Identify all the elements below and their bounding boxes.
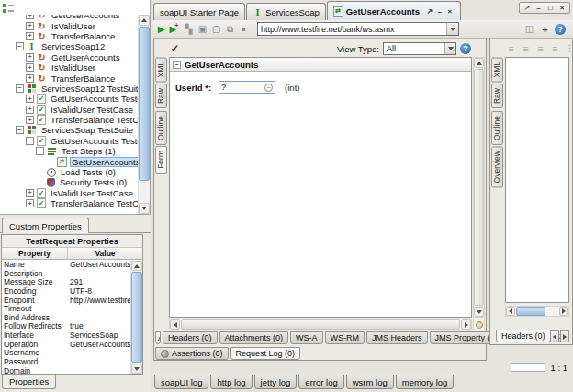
log-tab[interactable]: error log <box>298 375 343 389</box>
close-icon[interactable] <box>445 6 455 16</box>
table-row[interactable]: Message Size 291 <box>2 278 130 287</box>
endpoint-combo[interactable]: http://www.testfire.net/bank/ws.asmx <box>257 22 459 36</box>
maximize-icon[interactable] <box>545 4 555 13</box>
expander-icon[interactable]: + <box>26 15 34 19</box>
editor-icon[interactable] <box>197 23 208 35</box>
tree-item[interactable]: − GetUserAccounts TestCase <box>0 136 138 146</box>
submit-icon[interactable] <box>155 23 167 35</box>
expander-icon[interactable]: + <box>26 95 34 103</box>
expander-icon[interactable]: + <box>26 199 34 207</box>
expander-icon[interactable]: − <box>36 147 44 155</box>
scroll-down-icon[interactable] <box>131 364 142 374</box>
list-icon[interactable] <box>549 42 561 54</box>
table-row[interactable]: Username <box>2 349 130 358</box>
view-type-select[interactable]: All <box>383 42 456 55</box>
expander-icon[interactable]: + <box>26 53 34 62</box>
table-row[interactable]: Encoding UTF-8 <box>2 287 130 297</box>
expander-icon[interactable]: + <box>26 22 34 30</box>
tree-item[interactable]: − ServicesSoap TestSuite <box>0 125 138 135</box>
document-tab[interactable]: ServicesSoap <box>246 3 326 20</box>
help-icon[interactable] <box>460 43 471 54</box>
form-section-header[interactable]: GetUserAccounts <box>170 58 471 72</box>
response-detail-tab[interactable]: Headers (0) <box>496 330 551 342</box>
submit-add-icon[interactable] <box>169 23 181 35</box>
table-row[interactable]: Timeout <box>2 305 130 314</box>
scroll-right-icon[interactable] <box>559 307 568 316</box>
log-tab[interactable]: memory log <box>396 375 455 389</box>
expander-icon[interactable]: + <box>26 106 34 114</box>
tree-item[interactable]: + TransferBalance <box>0 73 138 83</box>
tree-options-icon[interactable] <box>3 3 14 14</box>
scrollbar-thumb[interactable] <box>516 307 545 316</box>
list-icon[interactable] <box>505 42 517 54</box>
tree-item[interactable]: Security Tests (0) <box>0 177 138 187</box>
expander-icon[interactable]: − <box>16 84 24 93</box>
tree-item[interactable]: + GetUserAccounts TestCase <box>0 94 138 104</box>
tree-item[interactable]: + TransferBalance TestCase <box>0 115 138 125</box>
tab-custom-properties[interactable]: Custom Properties <box>2 218 89 233</box>
clear-field-icon[interactable] <box>264 84 273 92</box>
blank-icon[interactable] <box>210 23 222 35</box>
properties-scrollbar[interactable] <box>130 261 142 374</box>
table-row[interactable]: Domain <box>2 367 130 374</box>
add-icon[interactable] <box>539 23 551 35</box>
editor-horizontal-scrollbar[interactable] <box>169 319 472 330</box>
response-horizontal-scrollbar[interactable] <box>505 306 569 317</box>
tree-item[interactable]: + TransferBalance TestCase <box>0 198 138 208</box>
scroll-up-icon[interactable] <box>139 15 150 26</box>
editor-vertical-scrollbar[interactable] <box>473 57 485 318</box>
tree-item[interactable]: + IsValidUser <box>0 20 138 30</box>
scroll-right-icon[interactable] <box>461 319 471 330</box>
copy-icon[interactable] <box>224 23 236 35</box>
minmax-icon[interactable] <box>183 23 195 35</box>
document-tab[interactable]: soapUI Starter Page <box>153 3 245 20</box>
request-detail-tab[interactable]: Attachments (0) <box>219 331 289 344</box>
float-icon[interactable] <box>425 6 434 16</box>
tab-scroll-right-icon[interactable] <box>560 330 569 342</box>
layout-icon[interactable] <box>523 23 535 35</box>
userid-input[interactable]: ? <box>219 81 275 94</box>
chevron-down-icon[interactable] <box>444 43 455 54</box>
scroll-down-icon[interactable] <box>474 307 484 317</box>
table-row[interactable]: Bind Address <box>2 314 130 323</box>
scroll-down-icon[interactable] <box>139 203 150 214</box>
expander-icon[interactable]: + <box>26 189 34 197</box>
table-row[interactable]: Follow Redirects true <box>2 322 130 331</box>
expander-icon[interactable]: − <box>16 126 24 134</box>
tree-item[interactable]: − Test Steps (1) <box>0 146 138 156</box>
scroll-up-icon[interactable] <box>131 261 142 271</box>
tree-item[interactable]: + IsValidUser <box>0 62 138 73</box>
request-detail-tab[interactable]: WS-A <box>290 331 323 344</box>
float-icon[interactable] <box>522 4 532 13</box>
expander-icon[interactable]: − <box>26 137 34 145</box>
tree-item[interactable]: GetUserAccounts <box>0 156 138 166</box>
scrollbar-thumb[interactable] <box>181 319 460 330</box>
tree-item[interactable]: + TransferBalance <box>0 31 138 41</box>
cancel-icon[interactable] <box>238 23 250 35</box>
tree-item[interactable]: + GetUserAccounts <box>0 52 138 62</box>
response-view-tab[interactable]: Raw <box>491 84 503 108</box>
table-row[interactable]: Endpoint http://www.testfire... <box>2 297 130 306</box>
minimize-icon[interactable] <box>534 4 544 13</box>
expander-icon[interactable]: + <box>26 74 34 83</box>
request-view-tab[interactable]: Outline <box>155 111 167 145</box>
expander-icon[interactable]: + <box>26 116 34 124</box>
scroll-up-icon[interactable] <box>474 58 484 68</box>
list-icon[interactable] <box>534 42 546 54</box>
tab-scroll-left-icon[interactable] <box>550 330 559 342</box>
help-icon[interactable] <box>555 24 566 35</box>
tree-scrollbar[interactable] <box>138 15 150 214</box>
scroll-left-icon[interactable] <box>170 319 180 330</box>
tree-scrollbar-thumb[interactable] <box>139 27 150 181</box>
tree-item[interactable]: − ServicesSoap12 TestSuite <box>0 84 138 94</box>
resize-icon[interactable] <box>476 321 483 329</box>
request-detail-tab[interactable]: JMS Headers <box>366 331 428 344</box>
table-row[interactable]: Interface ServicesSoap <box>2 331 130 341</box>
response-view-tab[interactable]: Overview <box>491 146 503 187</box>
log-tab[interactable]: http log <box>210 375 252 389</box>
chevron-down-icon[interactable] <box>446 23 458 35</box>
response-view-tab[interactable]: Outline <box>491 111 503 145</box>
scroll-left-icon[interactable] <box>506 307 515 316</box>
request-view-tab[interactable]: Raw <box>155 84 167 108</box>
response-view-tab[interactable]: XML <box>491 57 503 82</box>
